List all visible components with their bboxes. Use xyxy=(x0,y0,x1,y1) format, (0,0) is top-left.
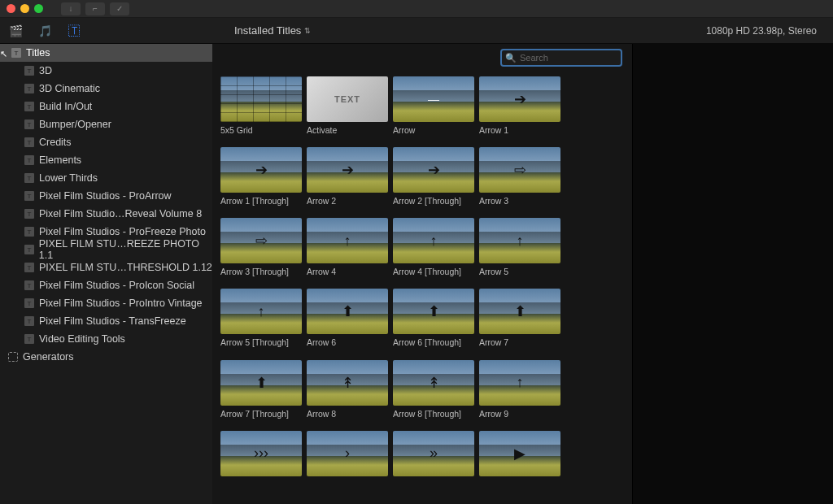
title-item[interactable]: › xyxy=(307,431,388,490)
sidebar-item[interactable]: TPixel Film Studios - ProArrow xyxy=(0,187,212,205)
toolbar-key-icon[interactable]: ⌐ xyxy=(85,2,105,15)
search-field[interactable]: 🔍 xyxy=(500,49,622,67)
sidebar-item[interactable]: TLower Thirds xyxy=(0,169,212,187)
sidebar-item[interactable]: TPixel Film Studio…Reveal Volume 8 xyxy=(0,205,212,223)
arrow-glyph-icon: ↟ xyxy=(393,360,474,406)
sidebar-item[interactable]: TPIXEL FILM STU…REEZE PHOTO 1.1 xyxy=(0,241,212,259)
sidebar-item[interactable]: TBuild In/Out xyxy=(0,98,212,115)
sidebar-item[interactable]: TCredits xyxy=(0,133,212,151)
title-item[interactable]: ⬆Arrow 7 xyxy=(479,289,560,348)
sidebar-item-label: Titles xyxy=(26,47,50,59)
title-item[interactable]: —Arrow xyxy=(393,76,474,136)
sidebar-item-titles[interactable]: T Titles xyxy=(0,44,212,62)
titles-grid: 5x5 GridTEXTActivate—Arrow➔Arrow 1➔Arrow… xyxy=(212,72,632,504)
title-item[interactable]: ⬆Arrow 6 xyxy=(307,289,388,348)
sidebar-item-label: 3D xyxy=(39,65,52,76)
title-item[interactable]: TEXTActivate xyxy=(307,76,388,136)
sidebar-item[interactable]: TPixel Film Studios - ProIntro Vintage xyxy=(0,294,212,312)
sidebar-item[interactable]: T3D xyxy=(0,62,212,80)
browser-toolbar: 🎬 🎵 🇹 Installed Titles ⇅ 1080p HD 23.98p… xyxy=(0,18,833,44)
minimize-window-dot[interactable] xyxy=(20,4,29,13)
generators-category-icon xyxy=(8,352,18,362)
titles-icon[interactable]: 🇹 xyxy=(67,24,81,38)
arrow-glyph-icon: ↑ xyxy=(479,218,560,263)
arrow-glyph-icon: ⇨ xyxy=(220,218,302,263)
sidebar-item[interactable]: TBumper/Opener xyxy=(0,115,212,133)
title-thumbnail: › xyxy=(307,431,388,476)
title-item[interactable]: ⬆Arrow 7 [Through] xyxy=(220,360,302,419)
browser-heading[interactable]: Installed Titles ⇅ xyxy=(234,24,311,37)
title-item[interactable]: » xyxy=(393,431,474,490)
title-item-label: Arrow 9 xyxy=(479,409,560,419)
title-item[interactable]: ➔Arrow 1 [Through] xyxy=(220,147,302,206)
title-thumbnail: ➔ xyxy=(220,147,302,193)
title-category-icon: T xyxy=(24,66,34,76)
title-item-label: Arrow 3 xyxy=(479,196,560,206)
sidebar-item[interactable]: TPIXEL FILM STU…THRESHOLD 1.12 xyxy=(0,259,212,276)
title-item[interactable]: ⇨Arrow 3 [Through] xyxy=(220,218,302,277)
arrow-glyph-icon: — xyxy=(393,76,474,122)
search-input[interactable] xyxy=(520,53,632,63)
title-thumbnail: ↑ xyxy=(479,218,560,263)
title-thumbnail: ➔ xyxy=(307,147,388,193)
sidebar-item-label: Generators xyxy=(23,351,74,363)
title-item[interactable]: ➔Arrow 2 [Through] xyxy=(393,147,474,206)
title-item[interactable]: ↑Arrow 5 xyxy=(479,218,560,277)
title-item[interactable]: ↑Arrow 9 xyxy=(479,360,560,419)
title-item[interactable]: ↑Arrow 4 [Through] xyxy=(393,218,474,277)
title-category-icon: T xyxy=(24,137,34,147)
title-item-label: Arrow 1 [Through] xyxy=(220,196,302,206)
sidebar-item[interactable]: TPixel Film Studios - TransFreeze xyxy=(0,312,212,330)
title-thumbnail: ⬆ xyxy=(393,289,474,334)
title-category-icon: T xyxy=(24,280,34,290)
title-item[interactable]: ▶ xyxy=(479,431,560,490)
sidebar-item-label: Pixel Film Studios - ProArrow xyxy=(39,190,172,202)
arrow-glyph-icon: › xyxy=(307,431,388,476)
title-category-icon: T xyxy=(24,263,34,272)
title-item-label xyxy=(479,480,560,490)
arrow-glyph-icon: ↑ xyxy=(393,218,474,263)
sidebar-item[interactable]: T3D Cinematic xyxy=(0,80,212,98)
sidebar-item-generators[interactable]: Generators xyxy=(0,348,212,366)
title-item[interactable]: ⬆Arrow 6 [Through] xyxy=(393,289,474,348)
title-thumbnail: ⬆ xyxy=(479,289,560,334)
title-item[interactable]: 5x5 Grid xyxy=(220,76,302,136)
title-item[interactable]: ↑Arrow 4 xyxy=(307,218,388,277)
title-thumbnail: — xyxy=(393,76,474,122)
title-item[interactable]: ↑Arrow 5 [Through] xyxy=(220,289,302,348)
title-item[interactable]: ↟Arrow 8 [Through] xyxy=(393,360,474,419)
title-item-label: 5x5 Grid xyxy=(220,125,302,136)
zoom-window-dot[interactable] xyxy=(34,4,43,13)
title-category-icon: T xyxy=(24,119,34,129)
arrow-glyph-icon: ⬆ xyxy=(220,360,302,406)
title-item-label: Arrow 2 [Through] xyxy=(393,196,474,206)
sort-caret-icon: ⇅ xyxy=(304,27,311,35)
title-item[interactable]: ⇨Arrow 3 xyxy=(479,147,560,206)
sidebar-item[interactable]: TVideo Editing Tools xyxy=(0,330,212,348)
sidebar-item[interactable]: TElements xyxy=(0,151,212,169)
title-thumbnail: ↟ xyxy=(393,360,474,406)
arrow-glyph-icon: ↑ xyxy=(479,360,560,406)
title-thumbnail: ➔ xyxy=(393,147,474,193)
arrow-glyph-icon: ▶ xyxy=(479,431,560,476)
arrow-glyph-icon: ↑ xyxy=(307,218,388,263)
arrow-glyph-icon: ››› xyxy=(220,431,302,476)
title-item-label xyxy=(307,480,388,490)
arrow-glyph-icon: ➔ xyxy=(307,147,388,193)
title-item-label: Arrow 6 xyxy=(307,337,388,348)
browser-heading-label: Installed Titles xyxy=(234,24,301,37)
title-item[interactable]: ↟Arrow 8 xyxy=(307,360,388,419)
clapper-icon[interactable]: 🎬 xyxy=(8,24,23,38)
close-window-dot[interactable] xyxy=(7,4,15,13)
window-titlebar: ↓ ⌐ ✓ xyxy=(0,0,833,18)
title-category-icon: T xyxy=(24,227,34,237)
toolbar-check-icon[interactable]: ✓ xyxy=(110,2,129,15)
title-item-label: Arrow 3 [Through] xyxy=(220,267,302,277)
sidebar-item[interactable]: TPixel Film Studios - ProIcon Social xyxy=(0,276,212,294)
music-icon[interactable]: 🎵 xyxy=(37,24,52,38)
toolbar-download-icon[interactable]: ↓ xyxy=(61,2,81,15)
title-item[interactable]: ››› xyxy=(220,431,302,490)
title-item[interactable]: ➔Arrow 1 xyxy=(479,76,560,136)
title-thumbnail: ⇨ xyxy=(220,218,302,263)
title-item[interactable]: ➔Arrow 2 xyxy=(307,147,388,206)
